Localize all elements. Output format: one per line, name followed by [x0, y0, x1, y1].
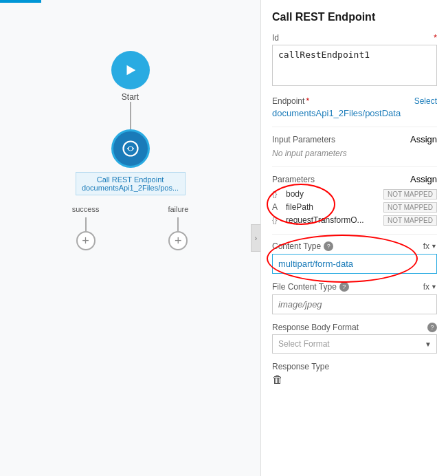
- param-name-transform: requestTransformO...: [286, 215, 381, 225]
- branch-success-label: success: [72, 205, 100, 213]
- file-content-type-help-icon[interactable]: ?: [339, 282, 349, 292]
- id-input[interactable]: callRestEndpoint1: [272, 45, 437, 86]
- response-body-format-help-icon[interactable]: ?: [427, 323, 437, 332]
- params-label: Parameters: [272, 175, 315, 184]
- start-node: Start: [111, 51, 150, 102]
- endpoint-value: documentsApi1_2Files/postData: [272, 108, 437, 118]
- param-body-container: {} body NOT MAPPED: [272, 189, 437, 202]
- param-name-filepath: filePath: [286, 202, 381, 212]
- content-type-value[interactable]: multipart/form-data: [272, 254, 437, 274]
- start-node-circle[interactable]: [111, 51, 150, 89]
- input-params-header: Input Parameters Assign: [272, 134, 437, 144]
- content-type-fx-button[interactable]: fx ▼: [423, 241, 437, 251]
- branch-success: success +: [72, 205, 100, 250]
- response-type-label: Response Type: [272, 362, 437, 371]
- branch-container: success + failure +: [72, 205, 189, 250]
- response-body-format-select-wrapper: Select Format: [272, 334, 437, 354]
- response-body-format-select[interactable]: Select Format: [272, 334, 437, 354]
- play-icon: [123, 63, 138, 78]
- param-status-body: NOT MAPPED: [383, 189, 437, 199]
- params-assign-link[interactable]: Assign: [410, 174, 437, 184]
- param-name-body: body: [286, 189, 381, 199]
- response-type-trash-icon[interactable]: 🗑: [272, 374, 283, 385]
- response-type-group: Response Type 🗑: [272, 362, 437, 386]
- param-row-body: {} body NOT MAPPED: [272, 189, 437, 199]
- branch-failure: failure +: [168, 205, 188, 250]
- rest-node-label[interactable]: Call REST Endpoint documentsApi1_2Files/…: [76, 172, 186, 195]
- content-type-help-icon[interactable]: ?: [324, 241, 333, 251]
- start-node-label: Start: [122, 92, 139, 102]
- file-content-type-group: File Content Type ? fx ▼: [272, 282, 437, 314]
- collapse-handle[interactable]: ›: [251, 224, 260, 252]
- file-content-type-label: File Content Type ?: [272, 282, 349, 292]
- panel-title: Call REST Endpoint: [272, 11, 437, 23]
- divider-3: [272, 234, 437, 235]
- add-failure-button[interactable]: +: [168, 231, 188, 250]
- svg-point-2: [128, 147, 132, 150]
- input-params-group: Input Parameters Assign No input paramet…: [272, 134, 437, 158]
- param-icon-filepath: A: [272, 202, 283, 212]
- endpoint-select-link[interactable]: Select: [414, 96, 437, 106]
- branch-failure-label: failure: [168, 205, 188, 213]
- svg-marker-0: [126, 65, 135, 76]
- file-content-type-input[interactable]: [272, 294, 437, 314]
- param-row-transform: {} requestTransformO... NOT MAPPED: [272, 215, 437, 226]
- rest-node-circle[interactable]: [111, 129, 150, 168]
- rest-icon: [121, 139, 140, 158]
- content-type-label: Content Type ?: [272, 241, 333, 251]
- input-params-assign-link[interactable]: Assign: [410, 134, 437, 144]
- params-group: Parameters Assign {} body NOT MAPPED A f…: [272, 174, 437, 226]
- workflow-area: Start Call REST Endpoint documentsApi1_2…: [0, 3, 260, 476]
- param-icon-body: {}: [272, 190, 283, 198]
- content-type-header: Content Type ? fx ▼: [272, 241, 437, 251]
- response-body-format-label-row: Response Body Format ?: [272, 323, 437, 332]
- param-row-filepath: A filePath NOT MAPPED: [272, 202, 437, 213]
- endpoint-label-row: Endpoint* Select: [272, 96, 437, 106]
- param-status-filepath: NOT MAPPED: [383, 202, 437, 213]
- response-body-format-group: Response Body Format ? Select Format: [272, 323, 437, 354]
- add-success-button[interactable]: +: [76, 231, 96, 250]
- params-header: Parameters Assign: [272, 174, 437, 184]
- vert-line-failure: [177, 217, 179, 231]
- file-content-type-header: File Content Type ? fx ▼: [272, 282, 437, 292]
- param-status-transform: NOT MAPPED: [383, 215, 437, 226]
- no-input-params-text: No input parameters: [272, 149, 437, 158]
- divider-2: [272, 166, 437, 167]
- rest-node: Call REST Endpoint documentsApi1_2Files/…: [76, 129, 186, 195]
- param-icon-transform: {}: [272, 216, 283, 224]
- content-type-group: Content Type ? fx ▼ multipart/form-data: [272, 241, 437, 274]
- id-field-group: Id* callRestEndpoint1: [272, 33, 437, 88]
- id-label: Id*: [272, 33, 437, 43]
- vert-line-success: [85, 217, 87, 231]
- input-params-label: Input Parameters: [272, 135, 335, 144]
- endpoint-field-group: Endpoint* Select documentsApi1_2Files/po…: [272, 96, 437, 118]
- file-content-type-fx-button[interactable]: fx ▼: [423, 282, 437, 292]
- canvas-panel: Start Call REST Endpoint documentsApi1_2…: [0, 0, 261, 476]
- divider-1: [272, 127, 437, 127]
- connector-line-1: [130, 102, 131, 129]
- props-panel: Call REST Endpoint Id* callRestEndpoint1…: [261, 0, 448, 476]
